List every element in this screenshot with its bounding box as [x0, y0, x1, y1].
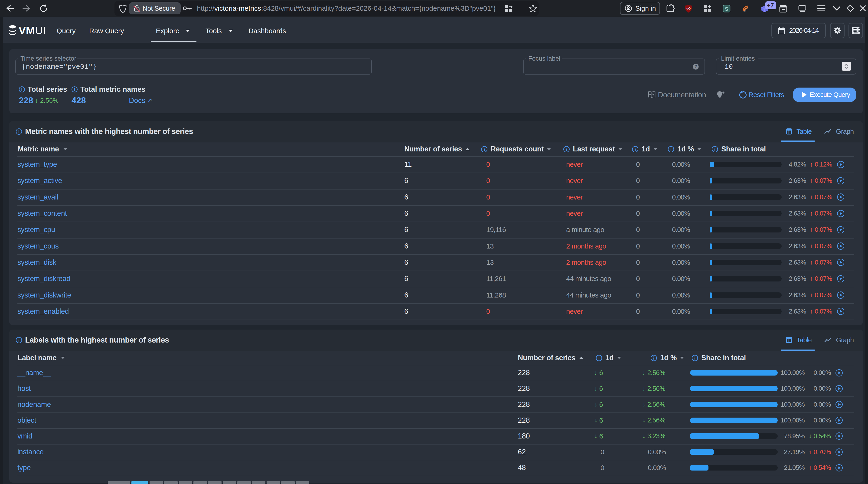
- svg-text:uO: uO: [686, 7, 690, 10]
- svg-text:S: S: [725, 6, 728, 12]
- svg-text:?: ?: [694, 64, 697, 69]
